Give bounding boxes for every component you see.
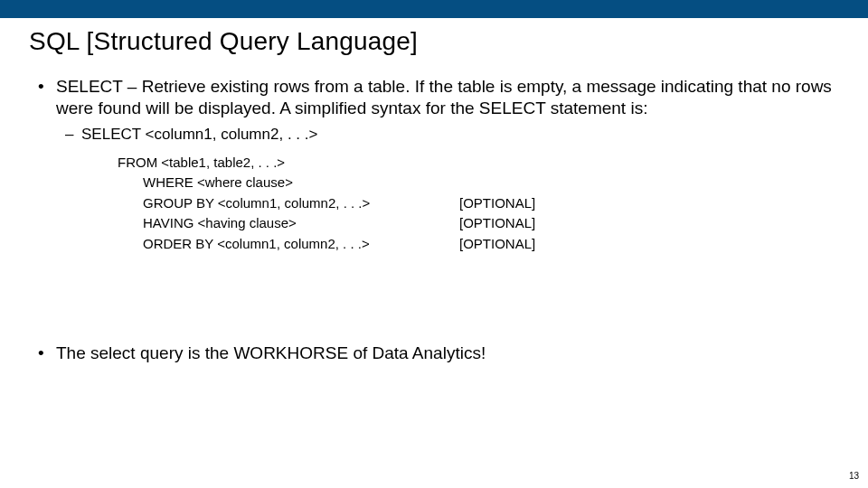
page-number: 13: [849, 471, 859, 481]
orderby-row: ORDER BY <column1, column2, . . .> [OPTI…: [143, 234, 835, 255]
having-clause: HAVING <having clause>: [143, 213, 441, 234]
groupby-clause: GROUP BY <column1, column2, . . .>: [143, 193, 441, 214]
select-clause: SELECT <column1, column2, . . .>: [81, 126, 317, 143]
bullet-workhorse-text: The select query is the WORKHORSE of Dat…: [56, 343, 486, 362]
where-optional: [441, 173, 459, 193]
title-bar: [0, 0, 868, 18]
closer-area: The select query is the WORKHORSE of Dat…: [33, 343, 835, 371]
groupby-optional: [OPTIONAL]: [441, 193, 535, 214]
where-clause: WHERE <where clause>: [143, 173, 441, 193]
bullet-workhorse: The select query is the WORKHORSE of Dat…: [33, 343, 835, 363]
slide-body: SQL [Structured Query Language] SELECT –…: [0, 18, 868, 488]
having-optional: [OPTIONAL]: [441, 213, 535, 234]
subbullet-select-syntax: SELECT <column1, column2, . . .> FROM <t…: [56, 125, 835, 255]
groupby-row: GROUP BY <column1, column2, . . .> [OPTI…: [143, 193, 835, 214]
bullet-select-text: SELECT – Retrieve existing rows from a t…: [56, 77, 832, 117]
from-clause: FROM <table1, table2, . . .>: [118, 153, 835, 174]
where-row: WHERE <where clause>: [143, 173, 835, 193]
orderby-clause: ORDER BY <column1, column2, . . .>: [143, 234, 441, 255]
orderby-optional: [OPTIONAL]: [441, 234, 535, 255]
syntax-block: FROM <table1, table2, . . .> WHERE <wher…: [118, 153, 835, 255]
having-row: HAVING <having clause> [OPTIONAL]: [143, 213, 835, 234]
slide-title: SQL [Structured Query Language]: [29, 27, 418, 56]
bullet-select: SELECT – Retrieve existing rows from a t…: [33, 76, 835, 254]
content-area: SELECT – Retrieve existing rows from a t…: [33, 76, 835, 261]
